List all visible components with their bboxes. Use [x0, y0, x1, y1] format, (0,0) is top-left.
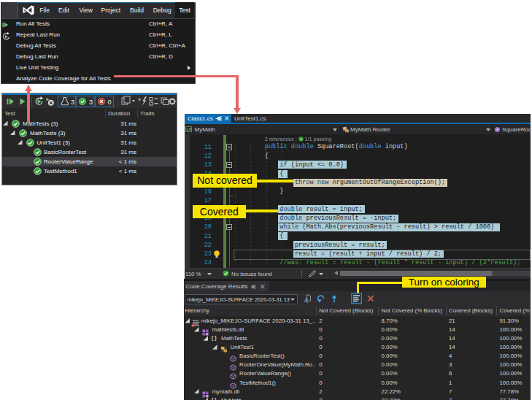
svg-text:0: 0 [108, 99, 112, 106]
svg-text:3: 3 [89, 99, 93, 106]
svg-text:3: 3 [71, 99, 74, 106]
